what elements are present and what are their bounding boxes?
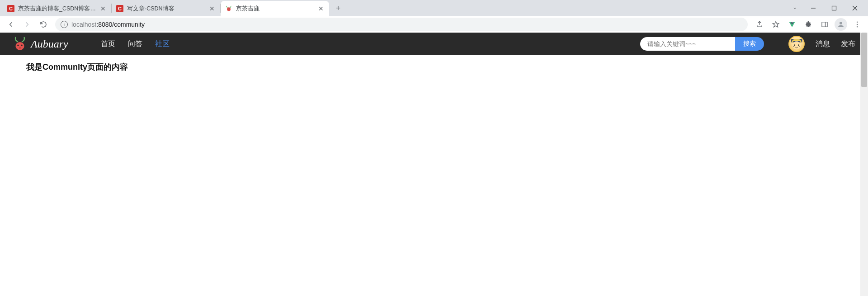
extensions-puzzle-icon[interactable] [801, 17, 816, 32]
svg-point-11 [857, 24, 858, 25]
nav-links: 首页 问答 社区 [101, 39, 170, 49]
address-bar[interactable]: i localhost:8080/community [55, 18, 748, 31]
svg-point-20 [794, 44, 795, 46]
community-content-text: 我是Community页面的内容 [26, 62, 842, 72]
window-maximize-icon[interactable] [824, 0, 844, 16]
app-logo[interactable]: Aubuary [13, 37, 68, 51]
nav-home[interactable]: 首页 [101, 39, 115, 49]
svg-point-9 [840, 22, 842, 24]
kebab-menu-icon[interactable] [850, 17, 864, 32]
svg-point-16 [19, 47, 21, 48]
svg-point-19 [792, 42, 801, 50]
deer-favicon-icon [225, 5, 232, 12]
tab-title: 京茶吉鹿 [236, 5, 314, 13]
url-text: localhost:8080/community [71, 21, 145, 28]
browser-tab-2[interactable]: C 写文章-CSDN博客 ✕ [112, 1, 220, 16]
site-info-icon[interactable]: i [61, 21, 68, 28]
user-avatar[interactable] [788, 36, 805, 52]
nav-forward-icon[interactable] [20, 17, 34, 32]
nav-back-icon[interactable] [4, 17, 18, 32]
profile-avatar-icon[interactable] [834, 17, 848, 32]
bookmark-star-icon[interactable] [769, 17, 783, 32]
svg-point-10 [857, 22, 858, 23]
vue-devtools-icon[interactable] [785, 17, 799, 32]
new-tab-button[interactable]: + [332, 2, 344, 14]
deer-logo-icon [13, 37, 27, 51]
window-close-icon[interactable] [844, 0, 865, 16]
svg-point-12 [857, 26, 858, 27]
browser-chrome: C 京茶吉鹿的博客_CSDN博客-算法 ✕ C 写文章-CSDN博客 ✕ 京茶吉… [0, 0, 868, 33]
nav-reload-icon[interactable] [36, 17, 51, 32]
svg-point-0 [227, 7, 231, 11]
svg-point-21 [798, 44, 799, 46]
address-bar-row: i localhost:8080/community [0, 16, 868, 33]
scrollbar-thumb[interactable] [861, 33, 867, 87]
scrollbar[interactable] [860, 33, 868, 296]
svg-point-2 [229, 9, 230, 9]
browser-tab-1[interactable]: C 京茶吉鹿的博客_CSDN博客-算法 ✕ [3, 1, 111, 16]
share-icon[interactable] [752, 17, 767, 32]
tab-close-icon[interactable]: ✕ [99, 5, 107, 12]
naruto-avatar-icon [789, 36, 804, 52]
svg-rect-4 [832, 6, 836, 10]
logo-text: Aubuary [31, 38, 68, 50]
search-form: 搜索 [640, 37, 764, 51]
nav-publish[interactable]: 发布 [841, 39, 855, 49]
app-navbar: Aubuary 首页 问答 社区 搜索 消息 发布 [0, 33, 868, 55]
nav-messages[interactable]: 消息 [816, 39, 830, 49]
tabs-dropdown-icon[interactable] [787, 0, 803, 16]
tab-title: 写文章-CSDN博客 [127, 5, 205, 13]
tab-close-icon[interactable]: ✕ [208, 5, 216, 12]
window-minimize-icon[interactable] [803, 0, 824, 16]
nav-qa[interactable]: 问答 [128, 39, 142, 49]
search-button[interactable]: 搜索 [735, 37, 764, 51]
page-content: 我是Community页面的内容 [0, 55, 868, 79]
csdn-favicon-icon: C [7, 5, 14, 12]
toolbar-actions [752, 17, 864, 32]
nav-right: 搜索 消息 发布 [640, 36, 855, 52]
svg-point-15 [21, 45, 22, 46]
csdn-favicon-icon: C [116, 5, 123, 12]
svg-point-14 [17, 45, 19, 46]
tab-title: 京茶吉鹿的博客_CSDN博客-算法 [18, 5, 96, 13]
browser-tab-3-active[interactable]: 京茶吉鹿 ✕ [221, 1, 329, 16]
side-panel-icon[interactable] [817, 17, 832, 32]
search-input[interactable] [640, 37, 735, 51]
window-controls [787, 0, 865, 16]
tab-close-icon[interactable]: ✕ [317, 5, 325, 12]
svg-rect-7 [822, 22, 827, 27]
tabs-bar: C 京茶吉鹿的博客_CSDN博客-算法 ✕ C 写文章-CSDN博客 ✕ 京茶吉… [0, 0, 868, 16]
svg-point-13 [15, 42, 24, 50]
svg-point-1 [228, 9, 228, 9]
nav-community[interactable]: 社区 [155, 39, 170, 49]
